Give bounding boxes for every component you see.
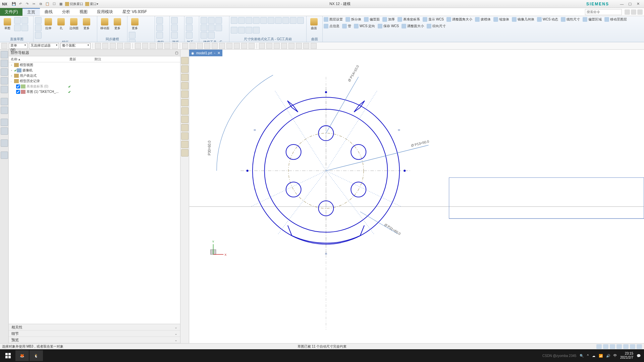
save-icon[interactable]: 💾: [11, 1, 17, 7]
find-icon[interactable]: [625, 9, 630, 15]
resize-face-button[interactable]: 调整面大小: [401, 24, 424, 28]
ribbon-btn[interactable]: [171, 24, 178, 31]
ribbon-btn[interactable]: [201, 32, 207, 39]
gfx-tool-icon[interactable]: [181, 124, 189, 131]
tray-volume-icon[interactable]: 🔊: [606, 354, 610, 358]
ribbon-btn[interactable]: [231, 27, 237, 34]
tray-wifi-icon[interactable]: 📶: [599, 354, 603, 358]
sel-tool-icon[interactable]: [124, 43, 130, 49]
draft-body-button[interactable]: 拔模体: [475, 17, 491, 22]
sel-tool-icon[interactable]: [142, 43, 148, 49]
tree-row[interactable]: -模型历史记录: [9, 78, 180, 84]
sel-tool-icon[interactable]: [212, 43, 218, 49]
status-icon[interactable]: [630, 344, 635, 349]
sel-tool-icon[interactable]: [281, 43, 287, 49]
sel-tool-icon[interactable]: [182, 43, 188, 49]
menu-dropdown[interactable]: 菜单(M): [9, 43, 28, 49]
resource-tab-icon[interactable]: [1, 51, 8, 58]
gfx-tool-icon[interactable]: [181, 141, 189, 148]
taskbar-clock[interactable]: 23:152021/2/7: [620, 352, 633, 360]
wcs-dynamic-button[interactable]: WCS 动态: [537, 17, 558, 22]
gfx-tool-icon[interactable]: [181, 74, 189, 81]
sketch-button[interactable]: 草图: [1, 17, 13, 31]
extrude-button[interactable]: 拉伸: [42, 17, 54, 31]
sel-tool-icon[interactable]: [241, 43, 247, 49]
sel-tool-icon[interactable]: [226, 43, 232, 49]
sel-tool-icon[interactable]: [102, 43, 108, 49]
tree-checkbox[interactable]: [16, 84, 20, 88]
point-info-button[interactable]: 点信息: [324, 24, 339, 28]
sel-tool-icon[interactable]: [190, 43, 196, 49]
tutor-icon[interactable]: [637, 9, 643, 15]
tree-row[interactable]: +✔摄像机: [9, 68, 180, 73]
tab-starry[interactable]: 星空 V6.935F: [118, 8, 152, 16]
tube-button[interactable]: 管: [342, 24, 351, 28]
ribbon-btn[interactable]: [14, 24, 21, 31]
linear-dim-button[interactable]: 线性尺寸: [561, 17, 580, 22]
ribbon-btn[interactable]: [268, 17, 274, 24]
col-latest[interactable]: 最新: [67, 56, 93, 62]
section-dependencies[interactable]: 相关性⌄: [9, 324, 180, 330]
tab-curve[interactable]: 曲线: [40, 8, 57, 16]
surface-button[interactable]: 曲面: [308, 17, 320, 31]
tree-row[interactable]: 草图 (1) "SKETCH_...✔: [9, 89, 180, 95]
col-name[interactable]: 名称 ▴: [9, 56, 67, 62]
ribbon-btn[interactable]: [282, 17, 289, 24]
grid-icon[interactable]: ▦: [58, 1, 64, 7]
thicken-button[interactable]: 加厚: [382, 17, 395, 22]
sel-tool-icon[interactable]: [274, 43, 280, 49]
sel-tool-icon[interactable]: [135, 43, 141, 49]
sel-tool-icon[interactable]: [266, 43, 272, 49]
hole-button[interactable]: 孔: [55, 17, 67, 31]
tray-ime-icon[interactable]: 中: [613, 353, 617, 358]
more-button[interactable]: 更多: [80, 17, 93, 31]
switch-window-button[interactable]: 切换窗口: [64, 1, 84, 7]
radial-dim-button[interactable]: 径向尺寸: [427, 24, 446, 28]
show-wcs-button[interactable]: 显示 WCS: [423, 17, 444, 22]
ribbon-btn[interactable]: [14, 17, 21, 24]
sel-tool-icon[interactable]: [110, 43, 116, 49]
move-face-button[interactable]: 移动面: [99, 17, 111, 31]
ribbon-btn[interactable]: [253, 27, 260, 34]
gfx-tool-icon[interactable]: [181, 82, 189, 89]
gfx-tool-icon[interactable]: [181, 132, 189, 140]
tab-view[interactable]: 视图: [75, 8, 92, 16]
tab-analysis[interactable]: 分析: [57, 8, 75, 16]
ribbon-btn[interactable]: [35, 32, 42, 39]
tab-home[interactable]: 主页: [22, 8, 40, 16]
ribbon-btn[interactable]: [156, 32, 163, 39]
ribbon-btn[interactable]: [186, 17, 193, 24]
sel-tool-icon[interactable]: [259, 43, 265, 49]
ribbon-btn[interactable]: [253, 17, 260, 24]
offset-region-button[interactable]: 偏置区域: [583, 17, 602, 22]
ribbon-btn[interactable]: [297, 17, 304, 24]
ribbon-btn[interactable]: [35, 17, 42, 24]
close-tab-icon[interactable]: ✕: [217, 51, 220, 55]
notification-icon[interactable]: 💬: [637, 354, 641, 358]
sel-tool-icon[interactable]: [288, 43, 294, 49]
paste-icon[interactable]: 📋: [44, 1, 50, 7]
ribbon-btn[interactable]: [215, 17, 222, 24]
move-to-layer-button[interactable]: 移动至图层: [604, 17, 627, 22]
sel-tool-icon[interactable]: [157, 43, 163, 49]
graphics-area[interactable]: ◉model1.prt▫✕: [189, 50, 644, 343]
status-icon[interactable]: [610, 344, 615, 349]
ribbon-btn[interactable]: [129, 39, 136, 42]
more-button[interactable]: 更多: [129, 17, 141, 31]
minimize-icon[interactable]: —: [619, 1, 625, 7]
tray-icon[interactable]: 🔍: [580, 354, 584, 358]
window-button[interactable]: 窗口 ▾: [85, 1, 99, 7]
document-tab[interactable]: ◉model1.prt▫✕: [189, 50, 222, 56]
resource-tab-icon[interactable]: [1, 60, 8, 67]
filter-dropdown[interactable]: 无选择过滤器: [29, 43, 59, 49]
layer-settings-button[interactable]: 图层设置: [324, 17, 343, 22]
ribbon-btn[interactable]: [290, 17, 297, 24]
gfx-tool-icon[interactable]: [181, 116, 189, 123]
resource-tab-icon[interactable]: [1, 86, 8, 93]
offset-face-button[interactable]: 偏置面: [364, 17, 380, 22]
tree-row[interactable]: +用户表达式: [9, 73, 180, 78]
col-note[interactable]: 附注: [93, 56, 103, 62]
graphics-canvas[interactable]: P30=60.0 Ø P14=10.0 Ø P13=50.0 Ø P31=60.…: [189, 56, 644, 343]
ribbon-btn[interactable]: [156, 17, 163, 24]
ribbon-btn[interactable]: [201, 17, 207, 24]
